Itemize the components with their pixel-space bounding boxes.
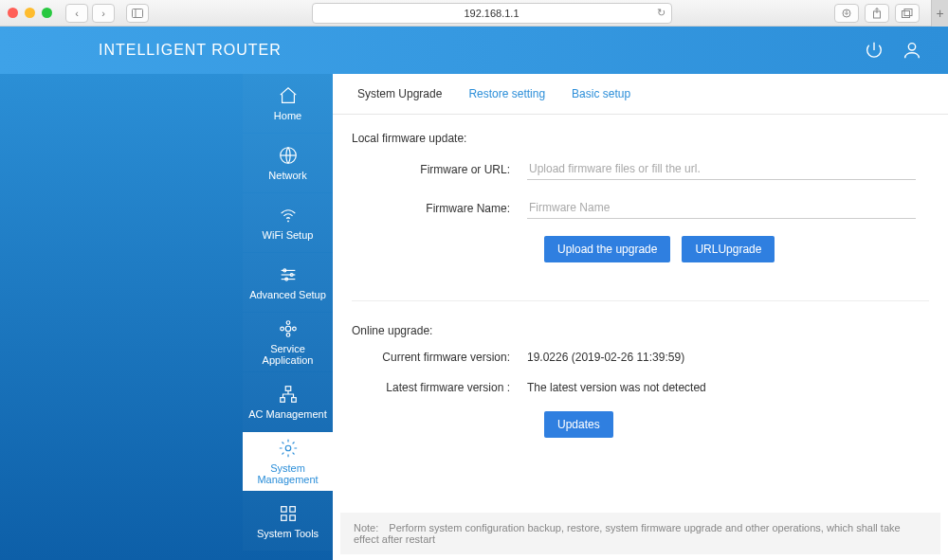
address-bar-wrap: 192.168.1.1 ↻ [156, 3, 827, 24]
new-tab-button[interactable]: + [931, 0, 948, 27]
svg-rect-23 [280, 398, 284, 403]
svg-point-18 [286, 321, 290, 325]
sidebar-item-label: System Management [243, 462, 333, 485]
online-buttons: Updates [544, 411, 929, 438]
local-update-title: Local firmware update: [352, 132, 929, 145]
local-buttons: Upload the upgrade URLUpgrade [544, 236, 929, 262]
content: Local firmware update: Firmware or URL: … [333, 115, 948, 531]
sidebar-item-service[interactable]: Service Application [243, 313, 333, 371]
sidebar-item-label: Advanced Setup [247, 289, 328, 300]
row-latest-version: Latest firmware version : The latest ver… [352, 381, 929, 394]
sidebar-item-label: AC Management [246, 408, 329, 420]
row-firmware-name: Firmware Name: [352, 197, 929, 219]
address-bar-text: 192.168.1.1 [464, 8, 519, 19]
label-current-version: Current firmware version: [352, 351, 527, 364]
label-latest-version: Latest firmware version : [352, 381, 527, 394]
svg-rect-27 [289, 507, 295, 513]
sidebar-toggle-button[interactable] [126, 4, 149, 23]
svg-rect-6 [902, 10, 910, 17]
download-button[interactable] [834, 4, 859, 23]
divider [352, 300, 929, 301]
toolbar-right [834, 4, 920, 23]
sidebar-item-ac[interactable]: AC Management [243, 372, 333, 431]
updates-button[interactable]: Updates [544, 411, 613, 438]
minimize-window-icon[interactable] [25, 8, 35, 18]
tabs: System Upgrade Restore setting Basic set… [333, 74, 948, 115]
note-text: Perform system configuration backup, res… [354, 522, 901, 545]
sidebar-item-label: System Tools [255, 528, 320, 539]
sidebar-item-advanced[interactable]: Advanced Setup [243, 253, 333, 312]
row-current-version: Current firmware version: 19.0226 (2019-… [352, 351, 929, 364]
svg-rect-22 [285, 387, 291, 391]
note-prefix: Note: [354, 522, 378, 533]
label-firmware-name: Firmware Name: [352, 202, 527, 215]
address-bar[interactable]: 192.168.1.1 ↻ [312, 3, 672, 24]
back-button[interactable]: ‹ [65, 4, 88, 23]
tab-restore-setting[interactable]: Restore setting [455, 74, 558, 114]
close-window-icon[interactable] [8, 8, 18, 18]
label-firmware-url: Firmware or URL: [352, 163, 527, 176]
row-firmware-url: Firmware or URL: [352, 158, 929, 180]
user-button[interactable] [899, 37, 925, 63]
nav-buttons: ‹ › [65, 4, 115, 23]
sidebar-item-home[interactable]: Home [243, 74, 333, 133]
input-firmware-name[interactable] [527, 197, 916, 219]
value-latest-version: The latest version was not detected [527, 381, 929, 394]
sidebar-item-label: WiFi Setup [261, 229, 316, 241]
main-panel: System Upgrade Restore setting Basic set… [333, 74, 948, 560]
svg-point-8 [908, 44, 915, 50]
svg-rect-24 [291, 398, 296, 403]
sidebar: Home Network WiFi Setup Advanced Setup S… [243, 74, 333, 560]
sidebar-item-wifi[interactable]: WiFi Setup [243, 193, 333, 252]
sidebar-item-label: Service Application [243, 343, 333, 366]
window-controls [8, 8, 52, 18]
svg-rect-0 [133, 9, 143, 17]
refresh-icon[interactable]: ↻ [657, 7, 665, 19]
power-button[interactable] [861, 37, 887, 63]
sidebar-item-label: Network [266, 170, 308, 181]
svg-point-19 [286, 333, 290, 336]
upload-upgrade-button[interactable]: Upload the upgrade [544, 236, 670, 262]
brand-title: INTELLIGENT ROUTER [99, 42, 282, 59]
svg-rect-7 [904, 9, 912, 15]
forward-button[interactable]: › [92, 4, 115, 23]
share-button[interactable] [865, 4, 889, 23]
maximize-window-icon[interactable] [42, 8, 52, 18]
svg-rect-29 [289, 515, 295, 521]
app-header: INTELLIGENT ROUTER [0, 27, 948, 74]
svg-rect-28 [281, 515, 286, 521]
tabs-button[interactable] [895, 4, 920, 23]
left-gutter [0, 74, 121, 560]
tab-system-upgrade[interactable]: System Upgrade [344, 74, 455, 114]
svg-point-17 [285, 326, 291, 332]
sidebar-item-network[interactable]: Network [243, 134, 333, 192]
svg-point-21 [292, 327, 296, 331]
svg-rect-26 [281, 507, 286, 513]
svg-point-25 [285, 445, 291, 451]
url-upgrade-button[interactable]: URLUpgrade [682, 236, 775, 262]
input-firmware-url[interactable] [527, 158, 916, 180]
note-bar: Note: Perform system configuration backu… [340, 513, 940, 554]
online-upgrade-title: Online upgrade: [352, 324, 929, 337]
tab-basic-setup[interactable]: Basic setup [558, 74, 644, 114]
value-current-version: 19.0226 (2019-02-26 11:39:59) [527, 351, 929, 364]
svg-point-20 [280, 327, 283, 331]
sidebar-item-label: Home [272, 110, 303, 121]
sidebar-item-system-management[interactable]: System Management [243, 432, 333, 491]
app-body: Home Network WiFi Setup Advanced Setup S… [0, 74, 948, 560]
browser-chrome: ‹ › 192.168.1.1 ↻ + [0, 0, 948, 27]
sidebar-item-system-tools[interactable]: System Tools [243, 492, 333, 551]
svg-point-10 [287, 220, 289, 222]
